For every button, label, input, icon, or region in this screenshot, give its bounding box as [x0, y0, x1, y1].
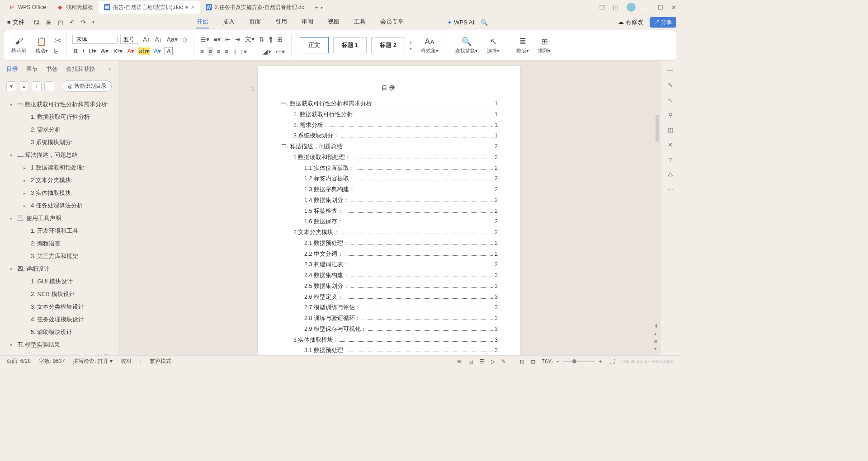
toc-entry[interactable]: 3 系统模块划分：1 [281, 131, 498, 141]
text-color-icon[interactable]: A▾ [153, 47, 162, 56]
toc-entry[interactable]: 2.5 数据集划分：3 [281, 281, 498, 292]
basket-icon[interactable]: ♺ [668, 171, 673, 178]
outline-item[interactable]: ▸4 任务处理算法分析 [6, 199, 116, 212]
menu-tools[interactable]: 工具 [353, 16, 367, 28]
remove-item-icon[interactable]: － [44, 81, 54, 91]
expand-toggle-icon[interactable]: ▾ [10, 267, 15, 272]
cloud-sync-button[interactable]: ☁ 有修改 [618, 18, 643, 26]
side-tab-chapter[interactable]: 章节 [26, 65, 38, 73]
toc-entry[interactable]: 2. 需求分析1 [281, 120, 498, 131]
vertical-scrollbar[interactable] [656, 115, 659, 142]
menu-review[interactable]: 审阅 [301, 16, 314, 28]
document-area[interactable]: ⠿ 目录 一. 数据获取可行性分析和需求分析：11. 数据获取可行性分析12. … [118, 61, 660, 355]
font-size-select[interactable] [120, 35, 139, 44]
outline-item[interactable]: 1 BiLSTM+CRF 模型实验结果 [6, 351, 116, 355]
toc-entry[interactable]: 3.1 数据预处理3 [281, 345, 498, 355]
help-icon[interactable]: ? [669, 156, 672, 163]
zoom-slider-thumb[interactable] [572, 359, 576, 363]
window-copy-icon[interactable]: ❐ [599, 4, 605, 11]
indent-icon[interactable]: ⇥ [234, 35, 241, 44]
style-normal[interactable]: 正文 [300, 37, 329, 53]
pencil-icon[interactable]: ✎ [668, 82, 673, 89]
close-sidebar-icon[interactable]: × [108, 66, 112, 73]
outline-item[interactable]: 5. 辅助模块设计 [6, 326, 116, 339]
print-preview-icon[interactable]: ◳ [58, 19, 63, 26]
add-item-icon[interactable]: ＋ [32, 81, 42, 91]
expand-icon[interactable]: ▴ [19, 81, 29, 91]
outdent-icon[interactable]: ⇤ [224, 35, 231, 44]
toc-entry[interactable]: 2.6 模型定义：3 [281, 292, 498, 303]
borders-icon[interactable]: ▭▾ [275, 47, 286, 56]
change-case-icon[interactable]: Aa▾ [166, 35, 179, 44]
side-tab-bookmark[interactable]: 书签 [46, 65, 58, 73]
align-right-icon[interactable]: ≡ [216, 47, 221, 56]
toc-entry[interactable]: 1. 数据获取可行性分析1 [281, 109, 498, 120]
outline-item[interactable]: ▾一.数据获取可行性分析和需求分析: [6, 98, 116, 111]
fit-width-icon[interactable]: ⬍ [654, 323, 658, 329]
cut-icon[interactable]: ✂ [54, 36, 61, 46]
tab-doc-2[interactable]: W2.任务书及实施方案-自然语音处理.dc [200, 1, 310, 14]
view-play-icon[interactable]: ▷ [491, 358, 495, 365]
grow-font-icon[interactable]: A↑ [142, 35, 151, 44]
expand-toggle-icon[interactable]: ▸ [24, 191, 29, 196]
view-web-icon[interactable]: ✎ [501, 358, 506, 365]
file-menu[interactable]: ≡文件 [4, 16, 28, 28]
toc-entry[interactable]: 1.5 标签检查：2 [281, 206, 498, 217]
side-tab-toc[interactable]: 目录 [6, 65, 18, 73]
menu-page[interactable]: 页面 [248, 16, 262, 28]
collapse-icon[interactable]: ▾ [6, 81, 16, 91]
adjust-icon[interactable]: ⚲ [668, 112, 673, 118]
outline-item[interactable]: ▸1 数据读取和预处理: [6, 161, 116, 174]
distribute-icon[interactable]: ⫴ [232, 47, 237, 56]
tools-icon[interactable]: ✕ [668, 141, 673, 148]
expand-toggle-icon[interactable]: ▸ [24, 203, 29, 208]
expand-toggle-icon[interactable]: ▾ [10, 153, 15, 158]
page-mid-icon[interactable]: ≡ [654, 339, 658, 344]
align-justify-icon[interactable]: ≡ [224, 47, 229, 56]
word-count[interactable]: 字数: 9637 [39, 358, 65, 365]
bullets-icon[interactable]: ☰▾ [199, 35, 210, 44]
proofing-status[interactable]: 校对 [121, 358, 132, 365]
view-outline-icon[interactable]: ☰ [480, 358, 485, 365]
toc-entry[interactable]: 1.3 数据字典构建：2 [281, 184, 498, 195]
tab-templates[interactable]: ◆找稻壳模板 [52, 1, 99, 14]
tab-doc-active[interactable]: W报告-自然语言处理(实训).doc× [99, 1, 200, 14]
italic-icon[interactable]: I [81, 47, 85, 56]
char-shading-icon[interactable]: A [165, 47, 172, 55]
outline-item[interactable]: ▸2 文本分类模块: [6, 174, 116, 187]
minus-icon[interactable]: — [667, 67, 673, 74]
toc-entry[interactable]: 2.7 模型训练与评估：3 [281, 302, 498, 313]
minimize-icon[interactable]: — [644, 4, 650, 11]
styles-icon[interactable]: Aᴀ [425, 37, 435, 47]
new-tab-button[interactable]: ＋ ▾ [310, 3, 327, 11]
close-tab-icon[interactable]: × [191, 4, 194, 11]
clear-format-icon[interactable]: ◇ [181, 35, 188, 44]
font-family-select[interactable] [72, 35, 118, 44]
spell-check-status[interactable]: 拼写检查: 打开 ▾ [73, 358, 113, 365]
toc-entry[interactable]: 1.1 实体位置获取：2 [281, 163, 498, 174]
toc-entry[interactable]: 2.3 构建词汇表：2 [281, 259, 498, 270]
select-icon[interactable]: ↖ [490, 37, 497, 47]
copy-icon[interactable]: ⎘ [54, 47, 61, 55]
redo-icon[interactable]: ↷ [81, 19, 86, 26]
outline-item[interactable]: 4. 任务处理模块设计 [6, 313, 116, 326]
shading-icon[interactable]: ◪▾ [261, 47, 272, 56]
align-left-icon[interactable]: ≡ [199, 47, 205, 56]
bold-icon[interactable]: B [72, 47, 79, 56]
menu-insert[interactable]: 插入 [222, 16, 236, 28]
align-center-icon[interactable]: ≡ [208, 47, 213, 56]
page-indicator[interactable]: 页面: 6/28 [6, 358, 31, 365]
line-spacing-icon[interactable]: ↕▾ [240, 47, 248, 56]
outline-item[interactable]: ▾四. 详细设计 [6, 263, 116, 275]
toc-entry[interactable]: 1 数据读取和预处理：2 [281, 152, 498, 163]
zoom-out-icon[interactable]: － [555, 358, 561, 365]
maximize-icon[interactable]: ☐ [658, 4, 663, 11]
share-button[interactable]: ↗ 分享 [650, 17, 676, 28]
outline-item[interactable]: 2. NER 模块设计 [6, 288, 116, 301]
outline-item[interactable]: ▸3 实体抽取模块 [6, 187, 116, 199]
fit-page-icon[interactable]: ◻ [531, 358, 535, 365]
prev-page-icon[interactable]: ▴ [654, 331, 658, 337]
fullscreen-icon[interactable]: ⛶ [609, 358, 615, 365]
outline-item[interactable]: 3. 第三方库和框架 [6, 250, 116, 263]
expand-toggle-icon[interactable]: ▾ [10, 102, 15, 107]
